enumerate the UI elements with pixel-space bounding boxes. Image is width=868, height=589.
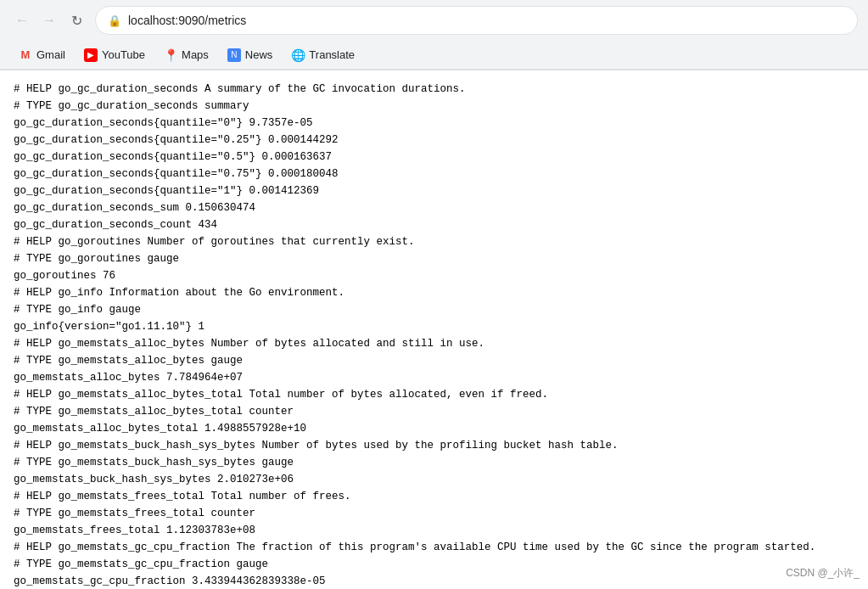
bookmarks-bar: M Gmail ▶ YouTube 📍 Maps N News 🌐 Transl… [0, 41, 868, 70]
comment-line: # TYPE go_goroutines gauge [14, 253, 179, 265]
address-bar[interactable]: 🔒 localhost:9090/metrics [95, 6, 858, 35]
comment-line: # HELP go_goroutines Number of goroutine… [14, 236, 415, 248]
comment-line: # TYPE go_memstats_gc_cpu_fraction gauge [14, 558, 268, 570]
bookmark-gmail[interactable]: M Gmail [10, 45, 74, 65]
browser-toolbar: ← → ↻ 🔒 localhost:9090/metrics [0, 0, 868, 41]
metric-line: go_gc_duration_seconds_sum 0.150630474 [14, 202, 255, 214]
metric-line: go_memstats_gc_cpu_fraction 3.4339443628… [14, 575, 326, 587]
metric-line: go_memstats_buck_hash_sys_bytes 2.010273… [14, 474, 294, 485]
comment-line: # TYPE go_memstats_alloc_bytes_total cou… [14, 406, 294, 418]
comment-line: # TYPE go_info gauge [14, 304, 141, 316]
comment-line: # TYPE go_gc_duration_seconds summary [14, 100, 249, 112]
bookmark-maps[interactable]: 📍 Maps [155, 45, 217, 65]
bookmark-maps-label: Maps [182, 48, 209, 61]
metric-line: go_gc_duration_seconds{quantile="0.75"} … [14, 168, 339, 180]
forward-button[interactable]: → [37, 8, 61, 32]
lock-icon: 🔒 [108, 14, 121, 27]
metric-line: go_gc_duration_seconds{quantile="0.25"} … [14, 134, 339, 146]
comment-line: # TYPE go_memstats_buck_hash_sys_bytes g… [14, 457, 294, 468]
metric-line: go_gc_duration_seconds_count 434 [14, 219, 217, 231]
bookmark-youtube-label: YouTube [102, 48, 145, 61]
metric-line: go_gc_duration_seconds{quantile="1"} 0.0… [14, 185, 319, 197]
bookmark-news-label: News [245, 48, 273, 61]
metric-line: go_gc_duration_seconds{quantile="0"} 9.7… [14, 117, 313, 129]
comment-line: # HELP go_gc_duration_seconds A summary … [14, 83, 466, 95]
news-icon: N [227, 48, 241, 62]
bookmark-gmail-label: Gmail [36, 48, 65, 61]
youtube-icon: ▶ [84, 48, 98, 62]
gmail-icon: M [19, 48, 32, 62]
metrics-content: # HELP go_gc_duration_seconds A summary … [0, 70, 868, 589]
comment-line: # HELP go_memstats_gc_cpu_fraction The f… [14, 541, 815, 553]
url-text: localhost:9090/metrics [128, 14, 845, 27]
metric-line: go_memstats_alloc_bytes_total 1.49885579… [14, 423, 306, 435]
maps-icon: 📍 [164, 48, 177, 62]
metric-line: go_memstats_frees_total 1.12303783e+08 [14, 524, 255, 536]
metric-line: go_memstats_alloc_bytes 7.784964e+07 [14, 372, 243, 384]
metric-line: go_goroutines 76 [14, 270, 115, 282]
bookmark-translate-label: Translate [309, 48, 355, 61]
watermark: CSDN @_小许_ [786, 566, 860, 581]
bookmark-translate[interactable]: 🌐 Translate [283, 45, 363, 65]
comment-line: # HELP go_memstats_frees_total Total num… [14, 491, 351, 502]
comment-line: # HELP go_info Information about the Go … [14, 287, 344, 299]
bookmark-news[interactable]: N News [219, 45, 282, 65]
bookmark-youtube[interactable]: ▶ YouTube [76, 45, 154, 65]
metric-line: go_gc_duration_seconds{quantile="0.5"} 0… [14, 151, 332, 163]
back-button[interactable]: ← [10, 8, 34, 32]
comment-line: # HELP go_memstats_buck_hash_sys_bytes N… [14, 440, 619, 452]
comment-line: # HELP go_memstats_alloc_bytes_total Tot… [14, 389, 548, 401]
translate-icon: 🌐 [291, 48, 305, 62]
comment-line: # TYPE go_memstats_frees_total counter [14, 508, 255, 519]
comment-line: # HELP go_memstats_alloc_bytes Number of… [14, 338, 484, 350]
nav-buttons: ← → ↻ [10, 8, 88, 32]
reload-button[interactable]: ↻ [64, 8, 88, 32]
metric-line: go_info{version="go1.11.10"} 1 [14, 321, 204, 333]
browser-chrome: ← → ↻ 🔒 localhost:9090/metrics M Gmail ▶… [0, 0, 868, 70]
comment-line: # TYPE go_memstats_alloc_bytes gauge [14, 355, 243, 367]
